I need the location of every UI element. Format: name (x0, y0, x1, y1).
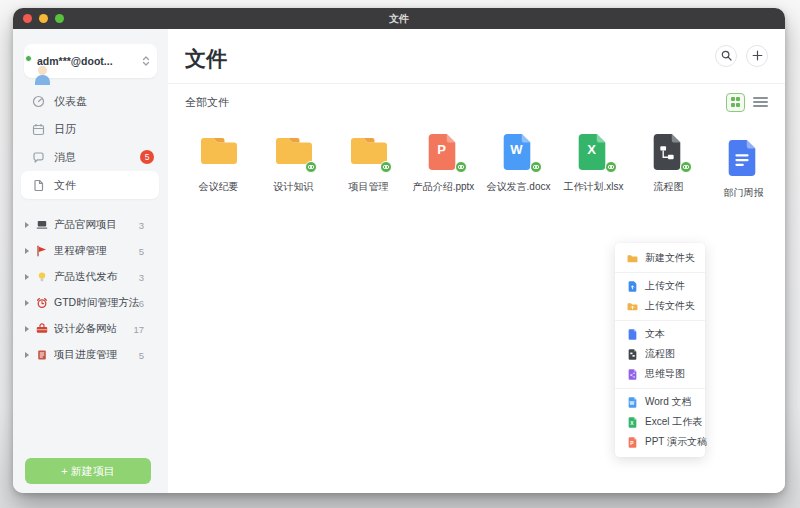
expand-triangle-icon[interactable] (25, 274, 29, 280)
menu-item-excel-sheet[interactable]: X Excel 工作表 (615, 412, 705, 432)
expand-triangle-icon[interactable] (25, 326, 29, 332)
project-item[interactable]: 里程碑管理 5 (13, 238, 168, 264)
menu-item-flowchart[interactable]: 流程图 (615, 344, 705, 364)
project-item[interactable]: 产品迭代发布 3 (13, 264, 168, 290)
file-name: 部门周报 (724, 186, 764, 200)
folder-icon (199, 133, 239, 171)
list-view-button[interactable] (753, 97, 768, 107)
minimize-window-button[interactable] (39, 14, 48, 23)
app-window: 文件 adm***@doot... 仪表盘 (13, 8, 785, 493)
menu-item-ppt-presentation[interactable]: P PPT 演示文稿 (615, 432, 705, 452)
sidebar-item-label: 仪表盘 (54, 94, 87, 109)
menu-item-word-doc[interactable]: W Word 文档 (615, 392, 705, 412)
lightbulb-icon (36, 271, 48, 283)
dashboard-icon (32, 95, 45, 108)
sidebar-item-messages[interactable]: 消息 5 (13, 143, 168, 171)
file-name: 产品介绍.pptx (413, 180, 475, 194)
expand-triangle-icon[interactable] (25, 248, 29, 254)
shared-link-badge-icon (605, 161, 617, 173)
file-item-folder[interactable]: 项目管理 (331, 130, 406, 216)
project-label: GTD时间管理方法 (54, 296, 139, 310)
flag-icon (36, 245, 48, 257)
file-item-folder[interactable]: 会议纪要 (181, 130, 256, 216)
file-item-flowchart[interactable]: 流程图 (631, 130, 706, 216)
file-name: 会议纪要 (199, 180, 239, 194)
upload-folder-icon (627, 301, 638, 312)
excel-file-icon: X (574, 133, 614, 171)
project-count: 5 (139, 246, 144, 257)
main-header: 文件 (168, 29, 785, 84)
grid-view-button[interactable] (726, 93, 745, 112)
shared-link-badge-icon (680, 161, 692, 173)
word-file-icon: W (627, 397, 638, 408)
excel-file-icon: X (627, 417, 638, 428)
laptop-icon (36, 219, 48, 231)
file-name: 设计知识 (274, 180, 314, 194)
sidebar-item-dashboard[interactable]: 仪表盘 (13, 87, 168, 115)
menu-item-upload-file[interactable]: 上传文件 (615, 276, 705, 296)
grid-view-icon (731, 97, 741, 107)
sidebar-nav: 仪表盘 日历 消息 5 (13, 87, 168, 199)
sidebar-item-label: 消息 (54, 150, 76, 165)
file-item-excel[interactable]: X 工作计划.xlsx (556, 130, 631, 216)
file-item-ppt[interactable]: P 产品介绍.pptx (406, 130, 481, 216)
files-toolbar: 全部文件 (168, 84, 785, 120)
close-window-button[interactable] (23, 14, 32, 23)
message-icon (32, 151, 45, 164)
folder-icon (627, 253, 638, 264)
expand-triangle-icon[interactable] (25, 352, 29, 358)
expand-triangle-icon[interactable] (25, 300, 29, 306)
file-name: 工作计划.xlsx (564, 180, 624, 194)
calendar-icon (32, 123, 45, 136)
file-item-word[interactable]: W 会议发言.docx (481, 130, 556, 216)
project-item[interactable]: 产品官网项目 3 (13, 212, 168, 238)
alarm-clock-icon (36, 297, 48, 309)
file-letter: X (574, 142, 610, 157)
zoom-window-button[interactable] (55, 14, 64, 23)
search-button[interactable] (715, 45, 737, 67)
mindmap-file-icon (627, 369, 638, 380)
project-item[interactable]: GTD时间管理方法 6 (13, 290, 168, 316)
file-item-doc[interactable]: 部门周报 (706, 136, 781, 222)
project-label: 产品迭代发布 (54, 270, 139, 284)
titlebar: 文件 (13, 8, 785, 29)
project-item[interactable]: 设计必备网站 17 (13, 316, 168, 342)
menu-item-text[interactable]: 文本 (615, 324, 705, 344)
window-title: 文件 (13, 12, 785, 26)
menu-divider (615, 388, 705, 389)
file-item-folder[interactable]: 设计知识 (256, 130, 331, 216)
project-count: 3 (139, 272, 144, 283)
files-grid: 会议纪要 设计知识 (168, 120, 785, 222)
project-count: 6 (139, 298, 144, 309)
folder-icon (274, 133, 314, 171)
sidebar-item-label: 日历 (54, 122, 76, 137)
sidebar-item-calendar[interactable]: 日历 (13, 115, 168, 143)
menu-divider (615, 320, 705, 321)
new-file-context-menu: 新建文件夹 上传文件 上传文件夹 文本 流程图 (615, 243, 705, 457)
menu-item-new-folder[interactable]: 新建文件夹 (615, 248, 705, 268)
file-icon (32, 179, 45, 192)
menu-item-mindmap[interactable]: 思维导图 (615, 364, 705, 384)
new-project-button[interactable]: + 新建项目 (25, 458, 151, 484)
ppt-file-icon: P (424, 133, 464, 171)
account-switcher[interactable]: adm***@doot... (24, 44, 157, 78)
expand-triangle-icon[interactable] (25, 222, 29, 228)
menu-item-upload-folder[interactable]: 上传文件夹 (615, 296, 705, 316)
project-item[interactable]: 项目进度管理 5 (13, 342, 168, 368)
add-button[interactable] (746, 45, 768, 67)
shared-link-badge-icon (455, 161, 467, 173)
sidebar-item-files[interactable]: 文件 (21, 171, 159, 199)
menu-divider (615, 272, 705, 273)
file-name: 流程图 (654, 180, 684, 194)
svg-text:W: W (630, 401, 635, 406)
breadcrumb[interactable]: 全部文件 (185, 95, 726, 110)
project-label: 产品官网项目 (54, 218, 139, 232)
flowchart-file-icon (627, 349, 638, 360)
file-name: 项目管理 (349, 180, 389, 194)
file-letter: P (424, 142, 460, 157)
account-name: adm***@doot... (37, 55, 142, 67)
word-file-icon: W (499, 133, 539, 171)
shared-link-badge-icon (380, 161, 392, 173)
project-count: 5 (139, 350, 144, 361)
online-status-dot (25, 55, 32, 62)
